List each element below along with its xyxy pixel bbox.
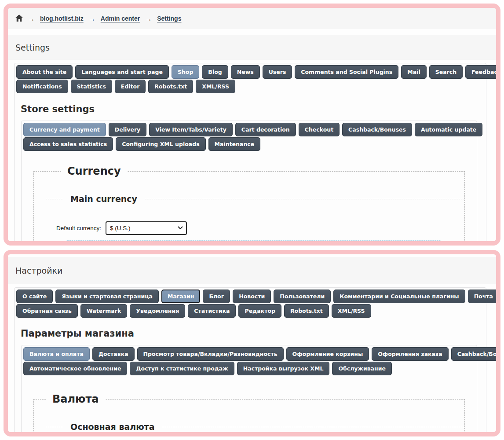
breadcrumb-link-settings[interactable]: Settings	[157, 15, 181, 22]
subtab-configuring-xml-uploads-ru[interactable]: Настройка выгрузок XML	[237, 362, 330, 375]
tab-watermark-ru[interactable]: Watermark	[80, 304, 127, 318]
subtab-maintenance[interactable]: Maintenance	[208, 137, 261, 151]
subtab-view-item-tabs-variety-ru[interactable]: Просмотр товара/Вкладки/Разновидность	[137, 347, 284, 361]
main-tab-row-2: Notifications Statistics Editor Robots.t…	[16, 80, 484, 93]
page-title: Settings	[15, 43, 50, 52]
main-currency-legend: Main currency	[70, 194, 137, 204]
subtab-automatic-update[interactable]: Automatic update	[415, 123, 482, 136]
shop-subtabs-card-ru: Валюта и оплата Доставка Просмотр товара…	[21, 345, 477, 432]
tab-mail-ru[interactable]: Почта	[468, 290, 496, 303]
subtab-configuring-xml-uploads[interactable]: Configuring XML uploads	[116, 137, 205, 151]
default-currency-select[interactable]: $ (U.S.)	[106, 221, 187, 235]
admin-panel-ru: Настройки О сайте Языки и стартовая стра…	[8, 254, 496, 432]
tab-editor[interactable]: Editor	[115, 80, 146, 93]
breadcrumb-arrow-icon: →	[145, 15, 152, 22]
shop-subtabs-card-en: Currency and payment Delivery View Item/…	[21, 121, 477, 241]
sub-tab-row-1: Currency and payment Delivery View Item/…	[23, 123, 475, 136]
breadcrumb-link-site[interactable]: blog.hotlist.biz	[40, 15, 84, 22]
main-tab-row-1-ru: О сайте Языки и стартовая страница Магаз…	[16, 290, 484, 303]
main-currency-legend-row: Main currency	[34, 194, 464, 204]
subtab-checkout-ru[interactable]: Оформления заказа	[372, 347, 449, 361]
currency-fieldset-ru: Валюта Основная валюта	[33, 393, 465, 432]
subtab-maintenance-ru[interactable]: Обслуживание	[332, 362, 391, 375]
tab-comments-social-plugins-ru[interactable]: Комментарии и Социальные плагины	[333, 290, 465, 303]
main-currency-legend-row-ru: Основная валюта	[34, 422, 464, 432]
tab-editor-ru[interactable]: Редактор	[238, 304, 281, 318]
page-title-ru: Настройки	[15, 266, 62, 275]
subtab-access-sales-statistics-ru[interactable]: Доступ к статистике продаж	[130, 362, 234, 375]
tab-languages-start-page-ru[interactable]: Языки и стартовая страница	[55, 290, 159, 303]
tab-search[interactable]: Search	[429, 65, 463, 79]
subtab-checkout[interactable]: Checkout	[299, 123, 340, 136]
subtab-view-item-tabs-variety[interactable]: View Item/Tabs/Variety	[149, 123, 233, 136]
section-title-store-settings: Store settings	[21, 104, 484, 114]
sub-tab-row-2-ru: Автоматическое обновление Доступ к стати…	[23, 362, 475, 375]
sub-tab-row-1-ru: Валюта и оплата Доставка Просмотр товара…	[23, 347, 475, 361]
tab-news-ru[interactable]: Новости	[233, 290, 271, 303]
tab-languages-start-page[interactable]: Languages and start page	[75, 65, 169, 79]
subtab-cashback-bonuses[interactable]: Cashback/Bonuses	[342, 123, 412, 136]
tab-robots-txt-ru[interactable]: Robots.txt	[284, 304, 329, 318]
page-title-bar: Settings	[8, 35, 496, 60]
tab-notifications-ru[interactable]: Уведомления	[130, 304, 185, 318]
currency-fieldset: Currency Main currency Default currency:…	[33, 165, 465, 241]
page-title-bar-ru: Настройки	[8, 257, 496, 284]
main-currency-legend-ru: Основная валюта	[70, 422, 154, 432]
default-currency-row: Default currency: $ (U.S.)	[56, 221, 464, 235]
currency-legend: Currency	[61, 165, 127, 177]
tab-xml-rss-ru[interactable]: XML/RSS	[332, 304, 371, 318]
tab-comments-social-plugins[interactable]: Comments and Social Plugins	[295, 65, 398, 79]
settings-tabs-card-en: About the site Languages and start page …	[14, 63, 486, 241]
subtab-cashback-bonuses-ru[interactable]: Cashback/Бонусы	[451, 347, 496, 361]
tab-feedback[interactable]: Feedback	[465, 65, 496, 79]
home-icon[interactable]	[15, 15, 23, 22]
tab-news[interactable]: News	[231, 65, 260, 79]
tab-users-ru[interactable]: Пользователи	[274, 290, 331, 303]
subtab-delivery-ru[interactable]: Доставка	[92, 347, 135, 361]
default-currency-select-wrap: $ (U.S.)	[106, 221, 187, 235]
tab-robots-txt[interactable]: Robots.txt	[148, 80, 193, 93]
breadcrumb: → blog.hotlist.biz → Admin center → Sett…	[8, 8, 496, 29]
subtab-access-sales-statistics[interactable]: Access to sales statistics	[23, 137, 113, 151]
main-tab-row-2-ru: Обратная связь Watermark Уведомления Ста…	[16, 304, 484, 318]
settings-tabs-card-ru: О сайте Языки и стартовая страница Магаз…	[14, 287, 486, 432]
default-currency-label: Default currency:	[56, 225, 101, 231]
tab-blog-ru[interactable]: Блог	[203, 290, 230, 303]
subtab-currency-payment[interactable]: Currency and payment	[23, 123, 106, 136]
breadcrumb-link-admin-center[interactable]: Admin center	[101, 15, 140, 22]
tab-blog[interactable]: Blog	[202, 65, 228, 79]
tab-notifications[interactable]: Notifications	[16, 80, 68, 93]
screenshot-frame-en: → blog.hotlist.biz → Admin center → Sett…	[4, 4, 500, 246]
tab-mail[interactable]: Mail	[401, 65, 426, 79]
tab-shop-ru[interactable]: Магазин	[161, 290, 201, 303]
currency-legend-ru: Валюта	[46, 393, 105, 405]
breadcrumb-arrow-icon: →	[28, 15, 35, 22]
subtab-currency-payment-ru[interactable]: Валюта и оплата	[23, 347, 90, 361]
sub-tab-row-2: Access to sales statistics Configuring X…	[23, 137, 475, 151]
main-tab-row-1: About the site Languages and start page …	[16, 65, 484, 79]
tab-shop[interactable]: Shop	[172, 65, 199, 79]
subtab-automatic-update-ru[interactable]: Автоматическое обновление	[23, 362, 127, 375]
tab-statistics-ru[interactable]: Статистика	[188, 304, 236, 318]
tab-statistics[interactable]: Statistics	[71, 80, 112, 93]
section-title-store-settings-ru: Параметры магазина	[21, 328, 484, 339]
tab-users[interactable]: Users	[263, 65, 292, 79]
subtab-cart-decoration[interactable]: Cart decoration	[235, 123, 296, 136]
breadcrumb-arrow-icon: →	[89, 15, 95, 22]
tab-feedback-ru[interactable]: Обратная связь	[16, 304, 78, 318]
tab-about-the-site-ru[interactable]: О сайте	[16, 290, 53, 303]
screenshot-frame-ru: Настройки О сайте Языки и стартовая стра…	[4, 250, 500, 436]
info-box: ?	[65, 240, 442, 241]
dashed-rule	[145, 199, 464, 199]
tab-xml-rss[interactable]: XML/RSS	[196, 80, 235, 93]
dashed-rule	[162, 427, 464, 427]
dashed-rule	[46, 199, 62, 199]
subtab-cart-decoration-ru[interactable]: Оформление корзины	[286, 347, 369, 361]
subtab-delivery[interactable]: Delivery	[109, 123, 146, 136]
dashed-rule	[46, 427, 62, 427]
tab-about-the-site[interactable]: About the site	[16, 65, 73, 79]
admin-panel-en: → blog.hotlist.biz → Admin center → Sett…	[8, 8, 496, 241]
